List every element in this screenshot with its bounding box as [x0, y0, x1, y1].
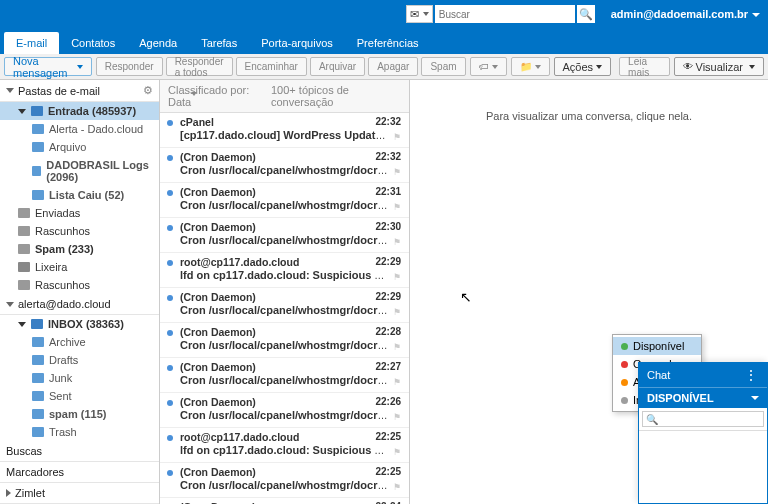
flag-icon[interactable]: ⚑ [393, 342, 401, 352]
search-button[interactable]: 🔍 [577, 5, 595, 23]
unread-dot-icon [167, 330, 173, 336]
subfolder[interactable]: spam (115) [0, 405, 159, 423]
tab-porta-arquivos[interactable]: Porta-arquivos [249, 32, 345, 54]
list-sort-header[interactable]: Classificado por: Data 100+ tópicos de c… [160, 80, 409, 113]
toolbar-responder a todos[interactable]: Responder a todos [166, 57, 233, 76]
flag-icon[interactable]: ⚑ [393, 237, 401, 247]
toolbar-arquivar[interactable]: Arquivar [310, 57, 365, 76]
toolbar: Nova mensagem ResponderResponder a todos… [0, 54, 768, 80]
toolbar-encaminhar[interactable]: Encaminhar [236, 57, 307, 76]
unread-dot-icon [167, 120, 173, 126]
flag-icon[interactable]: ⚑ [393, 307, 401, 317]
tab-tarefas[interactable]: Tarefas [189, 32, 249, 54]
unread-dot-icon [167, 155, 173, 161]
message-item[interactable]: (Cron Daemon)22:25Cron /usr/local/cpanel… [160, 463, 409, 498]
unread-dot-icon [167, 190, 173, 196]
move-button[interactable]: 📁 [511, 57, 550, 76]
chat-title-bar[interactable]: Chat⋮ [639, 363, 767, 387]
folders-header[interactable]: Pastas de e-mail⚙ [0, 80, 159, 102]
subfolder[interactable]: Drafts [0, 351, 159, 369]
flag-icon[interactable]: ⚑ [393, 167, 401, 177]
subfolder[interactable]: Sent [0, 387, 159, 405]
folder-drafts[interactable]: Rascunhos [0, 222, 159, 240]
topbar: ✉ 🔍 admin@dadoemail.com.br [0, 0, 768, 28]
tab-agenda[interactable]: Agenda [127, 32, 189, 54]
message-item[interactable]: root@cp117.dado.cloud22:29lfd on cp117.d… [160, 253, 409, 288]
message-item[interactable]: root@cp117.dado.cloud22:25lfd on cp117.d… [160, 428, 409, 463]
searches-header[interactable]: Buscas [0, 441, 159, 462]
flag-icon[interactable]: ⚑ [393, 202, 401, 212]
view-button[interactable]: 👁 Visualizar [674, 57, 765, 76]
flag-icon[interactable]: ⚑ [393, 272, 401, 282]
flag-icon[interactable]: ⚑ [393, 132, 401, 142]
flag-icon[interactable]: ⚑ [393, 412, 401, 422]
read-more-button[interactable]: Leia mais [619, 57, 669, 76]
message-list-pane: Classificado por: Data 100+ tópicos de c… [160, 80, 410, 504]
account2-header[interactable]: alerta@dado.cloud [0, 294, 159, 315]
subfolder[interactable]: Junk [0, 369, 159, 387]
tag-button[interactable]: 🏷 [470, 57, 507, 76]
message-item[interactable]: (Cron Daemon)22:32Cron /usr/local/cpanel… [160, 148, 409, 183]
chat-status-bar[interactable]: DISPONÍVEL [639, 387, 767, 408]
folder-sent[interactable]: Enviadas [0, 204, 159, 222]
main-nav: E-mailContatosAgendaTarefasPorta-arquivo… [0, 28, 768, 54]
flag-icon[interactable]: ⚑ [393, 447, 401, 457]
unread-dot-icon [167, 365, 173, 371]
unread-dot-icon [167, 470, 173, 476]
subfolder[interactable]: Alerta - Dado.cloud [0, 120, 159, 138]
unread-dot-icon [167, 260, 173, 266]
message-item[interactable]: (Cron Daemon)22:31Cron /usr/local/cpanel… [160, 183, 409, 218]
chat-search [639, 408, 767, 431]
message-item[interactable]: (Cron Daemon)22:26Cron /usr/local/cpanel… [160, 393, 409, 428]
actions-button[interactable]: Ações [554, 57, 612, 76]
folder-inbox[interactable]: Entrada (485937) [0, 102, 159, 120]
unread-dot-icon [167, 400, 173, 406]
tags-header[interactable]: Marcadores [0, 462, 159, 483]
status-disponível[interactable]: Disponível [613, 337, 701, 355]
toolbar-apagar[interactable]: Apagar [368, 57, 418, 76]
message-item[interactable]: (Cron Daemon)22:29Cron /usr/local/cpanel… [160, 288, 409, 323]
tab-e-mail[interactable]: E-mail [4, 32, 59, 54]
folder-trash[interactable]: Lixeira [0, 258, 159, 276]
subfolder[interactable]: Lista Caiu (52) [0, 186, 159, 204]
search-scope[interactable]: ✉ [406, 5, 433, 23]
message-item[interactable]: (Cron Daemon)22:28Cron /usr/local/cpanel… [160, 323, 409, 358]
account-menu[interactable]: admin@dadoemail.com.br [611, 8, 760, 20]
folder-drafts2[interactable]: Rascunhos [0, 276, 159, 294]
subfolder[interactable]: DADOBRASIL Logs (2096) [0, 156, 159, 186]
message-item[interactable]: (Cron Daemon)22:30Cron /usr/local/cpanel… [160, 218, 409, 253]
message-item[interactable]: (Cron Daemon)22:27Cron /usr/local/cpanel… [160, 358, 409, 393]
zimlets-header[interactable]: Zimlet [0, 483, 159, 504]
folder-inbox2[interactable]: INBOX (38363) [0, 315, 159, 333]
toolbar-spam[interactable]: Spam [421, 57, 465, 76]
tab-preferências[interactable]: Preferências [345, 32, 431, 54]
subfolder[interactable]: Archive [0, 333, 159, 351]
unread-dot-icon [167, 435, 173, 441]
flag-icon[interactable]: ⚑ [393, 377, 401, 387]
flag-icon[interactable]: ⚑ [393, 482, 401, 492]
message-item[interactable]: cPanel22:32[cp117.dado.cloud] WordPress … [160, 113, 409, 148]
toolbar-responder[interactable]: Responder [96, 57, 163, 76]
chat-search-input[interactable] [642, 411, 764, 427]
chat-menu-icon[interactable]: ⋮ [744, 367, 759, 383]
folder-spam[interactable]: Spam (233) [0, 240, 159, 258]
unread-dot-icon [167, 225, 173, 231]
chat-panel: Chat⋮ DISPONÍVEL [638, 362, 768, 504]
message-item[interactable]: (Cron Daemon)22:24Cron /usr/local/cpanel… [160, 498, 409, 504]
subfolder[interactable]: Trash [0, 423, 159, 441]
search-input[interactable] [435, 5, 575, 23]
unread-dot-icon [167, 295, 173, 301]
sidebar: Pastas de e-mail⚙ Entrada (485937) Alert… [0, 80, 160, 504]
tab-contatos[interactable]: Contatos [59, 32, 127, 54]
new-message-button[interactable]: Nova mensagem [4, 57, 92, 76]
subfolder[interactable]: Arquivo [0, 138, 159, 156]
